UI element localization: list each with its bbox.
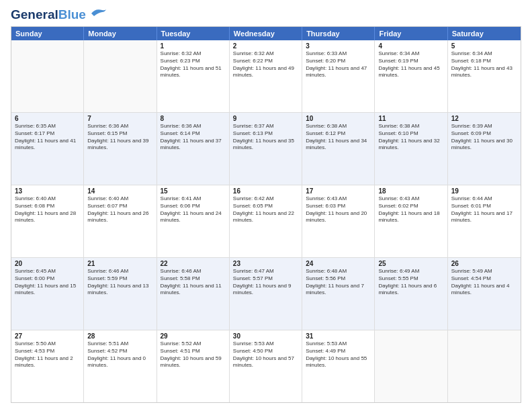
calendar: SundayMondayTuesdayWednesdayThursdayFrid… — [11, 26, 521, 403]
day-info: Sunrise: 6:34 AM Sunset: 6:19 PM Dayligh… — [378, 50, 443, 79]
day-number: 29 — [161, 332, 226, 340]
logo-bird-icon — [89, 7, 107, 19]
day-info: Sunrise: 6:37 AM Sunset: 6:13 PM Dayligh… — [233, 123, 298, 152]
weekday-header-friday: Friday — [375, 27, 447, 40]
logo-text: GeneralBlue — [11, 8, 86, 21]
day-number: 17 — [306, 187, 371, 195]
logo: GeneralBlue — [11, 8, 107, 21]
day-cell-4: 4Sunrise: 6:34 AM Sunset: 6:19 PM Daylig… — [375, 40, 447, 112]
day-cell-5: 5Sunrise: 6:34 AM Sunset: 6:18 PM Daylig… — [448, 40, 521, 112]
day-number: 2 — [233, 42, 298, 50]
day-info: Sunrise: 6:47 AM Sunset: 5:57 PM Dayligh… — [233, 268, 298, 297]
day-info: Sunrise: 6:48 AM Sunset: 5:56 PM Dayligh… — [306, 268, 371, 297]
day-info: Sunrise: 6:32 AM Sunset: 6:22 PM Dayligh… — [233, 50, 298, 79]
day-cell-3: 3Sunrise: 6:33 AM Sunset: 6:20 PM Daylig… — [302, 40, 375, 112]
day-number: 24 — [306, 260, 371, 267]
day-number: 15 — [161, 187, 226, 195]
day-cell-21: 21Sunrise: 6:46 AM Sunset: 5:59 PM Dayli… — [84, 258, 157, 330]
day-number: 22 — [161, 260, 226, 267]
empty-cell — [84, 40, 157, 112]
day-info: Sunrise: 5:49 AM Sunset: 4:54 PM Dayligh… — [451, 268, 517, 297]
day-cell-27: 27Sunrise: 5:50 AM Sunset: 4:53 PM Dayli… — [11, 330, 84, 402]
day-cell-8: 8Sunrise: 6:36 AM Sunset: 6:14 PM Daylig… — [157, 113, 230, 185]
day-cell-9: 9Sunrise: 6:37 AM Sunset: 6:13 PM Daylig… — [230, 113, 302, 185]
calendar-row-3: 13Sunrise: 6:40 AM Sunset: 6:08 PM Dayli… — [11, 185, 521, 257]
day-info: Sunrise: 6:43 AM Sunset: 6:02 PM Dayligh… — [378, 195, 443, 224]
day-number: 12 — [451, 115, 517, 122]
day-cell-14: 14Sunrise: 6:40 AM Sunset: 6:07 PM Dayli… — [84, 185, 157, 257]
day-cell-1: 1Sunrise: 6:32 AM Sunset: 6:23 PM Daylig… — [157, 40, 230, 112]
day-cell-7: 7Sunrise: 6:36 AM Sunset: 6:15 PM Daylig… — [84, 113, 157, 185]
day-number: 19 — [451, 187, 517, 195]
day-number: 8 — [161, 115, 226, 122]
day-cell-6: 6Sunrise: 6:35 AM Sunset: 6:17 PM Daylig… — [11, 113, 84, 185]
day-info: Sunrise: 6:46 AM Sunset: 5:58 PM Dayligh… — [161, 268, 226, 297]
day-number: 20 — [15, 260, 80, 267]
day-info: Sunrise: 5:50 AM Sunset: 4:53 PM Dayligh… — [15, 340, 80, 369]
header: GeneralBlue — [11, 8, 521, 21]
day-cell-20: 20Sunrise: 6:45 AM Sunset: 6:00 PM Dayli… — [11, 258, 84, 330]
day-info: Sunrise: 6:43 AM Sunset: 6:03 PM Dayligh… — [306, 195, 371, 224]
calendar-row-5: 27Sunrise: 5:50 AM Sunset: 4:53 PM Dayli… — [11, 330, 521, 402]
day-cell-30: 30Sunrise: 5:53 AM Sunset: 4:50 PM Dayli… — [230, 330, 302, 402]
day-number: 18 — [378, 187, 443, 195]
day-number: 14 — [87, 187, 152, 195]
weekday-header-wednesday: Wednesday — [230, 27, 302, 40]
empty-cell — [448, 330, 521, 402]
day-number: 10 — [306, 115, 371, 122]
day-number: 25 — [378, 260, 443, 267]
empty-cell — [375, 330, 447, 402]
day-number: 31 — [306, 332, 371, 340]
day-info: Sunrise: 6:44 AM Sunset: 6:01 PM Dayligh… — [451, 195, 517, 224]
weekday-header-tuesday: Tuesday — [157, 27, 230, 40]
day-info: Sunrise: 6:42 AM Sunset: 6:05 PM Dayligh… — [233, 195, 298, 224]
weekday-header-sunday: Sunday — [11, 27, 84, 40]
page: GeneralBlue SundayMondayTuesdayWednesday… — [0, 0, 532, 411]
day-info: Sunrise: 6:40 AM Sunset: 6:07 PM Dayligh… — [87, 195, 152, 224]
empty-cell — [11, 40, 84, 112]
day-number: 13 — [15, 187, 80, 195]
day-number: 5 — [451, 42, 517, 50]
day-cell-31: 31Sunrise: 5:53 AM Sunset: 4:49 PM Dayli… — [302, 330, 375, 402]
day-cell-23: 23Sunrise: 6:47 AM Sunset: 5:57 PM Dayli… — [230, 258, 302, 330]
calendar-row-4: 20Sunrise: 6:45 AM Sunset: 6:00 PM Dayli… — [11, 257, 521, 330]
day-cell-26: 26Sunrise: 5:49 AM Sunset: 4:54 PM Dayli… — [448, 258, 521, 330]
day-cell-28: 28Sunrise: 5:51 AM Sunset: 4:52 PM Dayli… — [84, 330, 157, 402]
day-number: 9 — [233, 115, 298, 122]
day-info: Sunrise: 6:38 AM Sunset: 6:10 PM Dayligh… — [378, 123, 443, 152]
day-cell-11: 11Sunrise: 6:38 AM Sunset: 6:10 PM Dayli… — [375, 113, 447, 185]
day-cell-22: 22Sunrise: 6:46 AM Sunset: 5:58 PM Dayli… — [157, 258, 230, 330]
day-info: Sunrise: 6:46 AM Sunset: 5:59 PM Dayligh… — [87, 268, 152, 297]
day-info: Sunrise: 5:51 AM Sunset: 4:52 PM Dayligh… — [87, 340, 152, 369]
day-number: 6 — [15, 115, 80, 122]
day-number: 27 — [15, 332, 80, 340]
day-info: Sunrise: 6:34 AM Sunset: 6:18 PM Dayligh… — [451, 50, 517, 79]
day-info: Sunrise: 6:40 AM Sunset: 6:08 PM Dayligh… — [15, 195, 80, 224]
day-number: 23 — [233, 260, 298, 267]
day-info: Sunrise: 6:32 AM Sunset: 6:23 PM Dayligh… — [161, 50, 226, 79]
day-info: Sunrise: 6:49 AM Sunset: 5:55 PM Dayligh… — [378, 268, 443, 297]
day-info: Sunrise: 6:38 AM Sunset: 6:12 PM Dayligh… — [306, 123, 371, 152]
day-info: Sunrise: 5:52 AM Sunset: 4:51 PM Dayligh… — [161, 340, 226, 369]
day-info: Sunrise: 6:36 AM Sunset: 6:14 PM Dayligh… — [161, 123, 226, 152]
day-number: 28 — [87, 332, 152, 340]
day-info: Sunrise: 5:53 AM Sunset: 4:50 PM Dayligh… — [233, 340, 298, 369]
day-number: 30 — [233, 332, 298, 340]
day-cell-29: 29Sunrise: 5:52 AM Sunset: 4:51 PM Dayli… — [157, 330, 230, 402]
day-number: 11 — [378, 115, 443, 122]
day-cell-12: 12Sunrise: 6:39 AM Sunset: 6:09 PM Dayli… — [448, 113, 521, 185]
day-info: Sunrise: 5:53 AM Sunset: 4:49 PM Dayligh… — [306, 340, 371, 369]
weekday-header-saturday: Saturday — [448, 27, 521, 40]
calendar-body: 1Sunrise: 6:32 AM Sunset: 6:23 PM Daylig… — [11, 40, 521, 402]
day-cell-24: 24Sunrise: 6:48 AM Sunset: 5:56 PM Dayli… — [302, 258, 375, 330]
day-cell-17: 17Sunrise: 6:43 AM Sunset: 6:03 PM Dayli… — [302, 185, 375, 257]
day-info: Sunrise: 6:39 AM Sunset: 6:09 PM Dayligh… — [451, 123, 517, 152]
day-number: 7 — [87, 115, 152, 122]
day-cell-25: 25Sunrise: 6:49 AM Sunset: 5:55 PM Dayli… — [375, 258, 447, 330]
day-number: 21 — [87, 260, 152, 267]
day-number: 26 — [451, 260, 517, 267]
day-number: 1 — [161, 42, 226, 50]
weekday-header-monday: Monday — [84, 27, 157, 40]
day-cell-13: 13Sunrise: 6:40 AM Sunset: 6:08 PM Dayli… — [11, 185, 84, 257]
calendar-row-2: 6Sunrise: 6:35 AM Sunset: 6:17 PM Daylig… — [11, 112, 521, 185]
